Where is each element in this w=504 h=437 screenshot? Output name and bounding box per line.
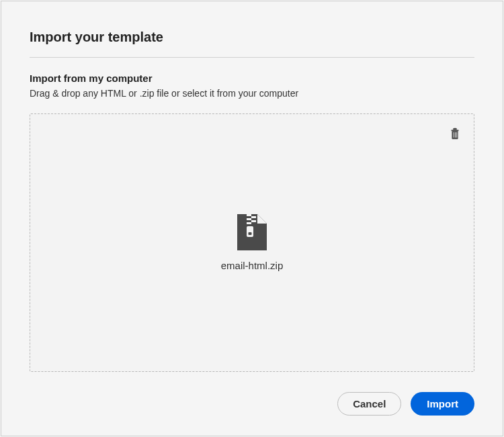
svg-rect-1 bbox=[251, 216, 256, 218]
section-title: Import from my computer bbox=[30, 72, 474, 84]
import-button[interactable]: Import bbox=[411, 392, 474, 416]
svg-rect-6 bbox=[249, 232, 252, 235]
trash-icon bbox=[448, 126, 462, 140]
import-template-dialog: Import your template Import from my comp… bbox=[1, 1, 503, 436]
dialog-title: Import your template bbox=[30, 30, 474, 45]
zip-file-icon bbox=[237, 214, 267, 250]
svg-rect-5 bbox=[247, 226, 253, 237]
file-name: email-html.zip bbox=[221, 260, 284, 271]
divider bbox=[30, 57, 474, 58]
svg-rect-2 bbox=[247, 218, 251, 220]
cancel-button[interactable]: Cancel bbox=[337, 392, 401, 416]
file-preview: email-html.zip bbox=[221, 214, 284, 271]
delete-file-button[interactable] bbox=[447, 125, 463, 141]
svg-rect-3 bbox=[251, 220, 256, 222]
dialog-footer: Cancel Import bbox=[30, 392, 474, 416]
section-description: Drag & drop any HTML or .zip file or sel… bbox=[30, 88, 474, 99]
file-dropzone[interactable]: email-html.zip bbox=[30, 113, 474, 372]
svg-rect-0 bbox=[247, 214, 251, 216]
svg-rect-4 bbox=[247, 222, 251, 224]
